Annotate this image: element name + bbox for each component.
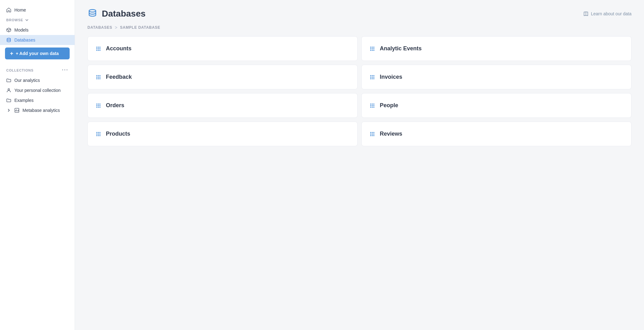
svg-point-40 — [373, 75, 374, 76]
svg-point-64 — [373, 107, 374, 108]
svg-point-2 — [7, 38, 11, 39]
svg-point-73 — [99, 135, 101, 136]
databases-title-icon — [87, 9, 97, 19]
svg-point-67 — [99, 132, 101, 133]
grid-icon — [369, 46, 375, 52]
svg-point-44 — [370, 78, 371, 79]
table-card-accounts[interactable]: Accounts — [87, 36, 358, 61]
svg-point-42 — [372, 77, 373, 78]
svg-point-15 — [98, 48, 99, 49]
metabase-analytics-label: Metabase analytics — [22, 108, 60, 113]
svg-point-81 — [372, 135, 373, 136]
sidebar-item-personal-collection[interactable]: Your personal collection — [0, 85, 75, 95]
sidebar-item-databases-label: Databases — [14, 38, 35, 42]
sidebar-item-models[interactable]: Models — [0, 25, 75, 35]
svg-point-18 — [98, 50, 99, 51]
grid-icon — [369, 74, 375, 80]
table-card-feedback[interactable]: Feedback — [87, 65, 358, 89]
table-card-name: Products — [106, 131, 130, 137]
svg-point-72 — [98, 135, 99, 136]
sidebar-item-databases[interactable]: Databases — [0, 35, 75, 45]
table-card-products[interactable]: Products — [87, 122, 358, 146]
tables-grid: Accounts Analytic Events — [75, 36, 644, 159]
svg-point-48 — [98, 103, 99, 105]
examples-label: Examples — [14, 98, 33, 103]
add-data-label: + Add your own data — [16, 51, 59, 56]
svg-point-53 — [96, 107, 97, 108]
svg-point-75 — [372, 132, 373, 133]
svg-point-79 — [373, 133, 374, 135]
page-title: Databases — [102, 9, 146, 19]
table-card-name: Orders — [106, 102, 124, 109]
plus-icon: + — [10, 51, 13, 56]
add-your-own-data-button[interactable]: + + Add your own data — [5, 48, 70, 59]
svg-point-27 — [372, 50, 373, 51]
chevron-right-icon — [6, 108, 11, 113]
grid-icon — [95, 131, 102, 137]
collections-label: COLLECTIONS — [6, 68, 33, 72]
svg-point-46 — [373, 78, 374, 79]
breadcrumb-separator: > — [115, 25, 117, 30]
svg-point-63 — [372, 107, 373, 108]
grid-icon — [95, 46, 102, 52]
svg-point-37 — [99, 78, 101, 79]
our-analytics-label: Our analytics — [14, 78, 40, 83]
grid-icon — [95, 102, 102, 109]
svg-point-24 — [372, 48, 373, 49]
browse-section[interactable]: BROWSE — [0, 15, 75, 25]
svg-point-13 — [99, 47, 101, 48]
svg-point-56 — [370, 103, 371, 105]
svg-point-19 — [99, 50, 101, 51]
svg-point-55 — [99, 107, 101, 108]
table-card-name: Reviews — [380, 131, 402, 137]
grid-icon — [369, 131, 375, 137]
svg-point-23 — [370, 48, 371, 49]
sidebar-item-metabase-analytics[interactable]: Metabase analytics — [0, 105, 75, 115]
table-card-reviews[interactable]: Reviews — [361, 122, 632, 146]
svg-point-76 — [373, 132, 374, 133]
model-icon — [6, 28, 11, 32]
svg-point-41 — [370, 77, 371, 78]
breadcrumb-databases[interactable]: DATABASES — [87, 25, 112, 30]
sidebar: Home BROWSE Models Databases + + Add you… — [0, 0, 75, 330]
svg-point-51 — [98, 105, 99, 106]
svg-point-60 — [372, 105, 373, 106]
browse-label: BROWSE — [6, 18, 23, 22]
table-card-name: Feedback — [106, 74, 132, 80]
svg-point-9 — [89, 10, 96, 12]
svg-point-52 — [99, 105, 101, 106]
svg-point-11 — [96, 47, 97, 48]
home-icon — [6, 8, 11, 12]
table-card-people[interactable]: People — [361, 93, 632, 118]
svg-point-22 — [373, 47, 374, 48]
collections-menu-icon[interactable]: ··· — [62, 67, 68, 73]
learn-about-data-link[interactable]: Learn about our data — [583, 11, 632, 16]
table-card-name: Accounts — [106, 45, 131, 52]
sidebar-item-our-analytics[interactable]: Our analytics — [0, 75, 75, 85]
table-card-analytic-events[interactable]: Analytic Events — [361, 36, 632, 61]
sidebar-item-examples[interactable]: Examples — [0, 95, 75, 105]
database-icon — [6, 38, 11, 42]
svg-point-77 — [370, 133, 371, 135]
svg-point-78 — [372, 133, 373, 135]
table-card-name: Invoices — [380, 74, 402, 80]
svg-point-71 — [96, 135, 97, 136]
table-card-orders[interactable]: Orders — [87, 93, 358, 118]
svg-point-47 — [96, 103, 97, 105]
svg-point-31 — [99, 75, 101, 76]
book-icon — [583, 11, 588, 16]
sidebar-item-home[interactable]: Home — [0, 5, 75, 15]
learn-link-text: Learn about our data — [591, 11, 632, 16]
svg-point-70 — [99, 133, 101, 135]
svg-point-45 — [372, 78, 373, 79]
svg-point-14 — [96, 48, 97, 49]
svg-point-54 — [98, 107, 99, 108]
sidebar-item-home-label: Home — [14, 8, 26, 12]
svg-point-69 — [98, 133, 99, 135]
title-group: Databases — [87, 9, 146, 19]
personal-collection-label: Your personal collection — [14, 88, 61, 93]
svg-point-62 — [370, 107, 371, 108]
svg-point-30 — [98, 75, 99, 76]
table-card-name: People — [380, 102, 398, 109]
table-card-invoices[interactable]: Invoices — [361, 65, 632, 89]
